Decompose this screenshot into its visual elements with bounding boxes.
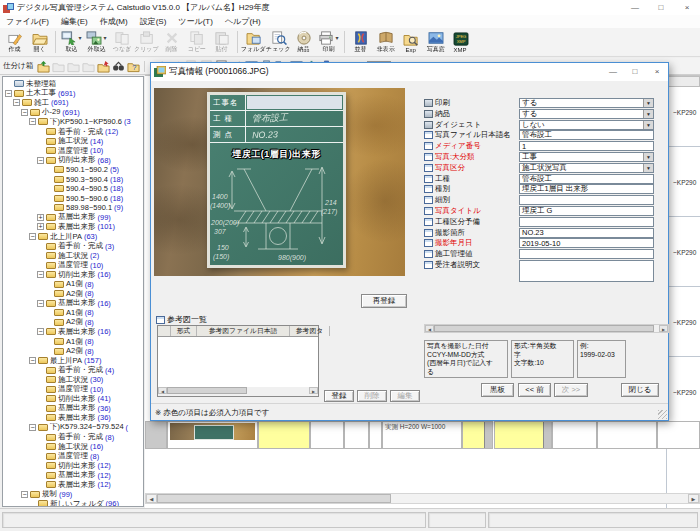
blackboard-button[interactable]: 黒板 [481, 383, 514, 397]
photo-table-cell[interactable] [462, 421, 493, 449]
scroll-left-icon[interactable]: ◀ [425, 325, 434, 332]
menu-item[interactable]: 編集(E) [55, 16, 94, 27]
field-input[interactable]: NO.23 [519, 228, 654, 238]
tree-item[interactable]: 表層出来形(36) [3, 413, 143, 423]
photo-table-cell[interactable] [494, 421, 552, 449]
menu-item[interactable]: 作成(M) [94, 16, 134, 27]
collapse-icon[interactable]: − [29, 424, 36, 431]
dialog-close-button[interactable]: × [646, 63, 668, 81]
tree-item[interactable]: 未整理箱 [3, 79, 143, 89]
scroll-left-icon[interactable]: ◀ [158, 387, 167, 394]
tree-item[interactable]: 589.98~590.1(9) [3, 203, 143, 213]
collapse-icon[interactable]: − [37, 328, 44, 335]
toolbar-button-deliver[interactable]: 納品 [291, 28, 316, 56]
field-input[interactable] [519, 260, 654, 282]
collapse-icon[interactable]: − [21, 491, 28, 498]
tree-item[interactable]: A1側(8) [3, 337, 143, 347]
collapse-icon[interactable]: − [37, 271, 44, 278]
tree-item[interactable]: 施工状況(2) [3, 251, 143, 261]
tree-item[interactable]: −規制(99) [3, 490, 143, 500]
tree-item[interactable]: 新しいフォルダ(96) [3, 499, 143, 507]
tree-item[interactable]: 温度管理(10) [3, 146, 143, 156]
tree-item[interactable]: A1側(8) [3, 308, 143, 318]
toolbar-button-import[interactable]: ▾取込 [59, 28, 84, 56]
tree-item[interactable]: −土木工事(691) [3, 89, 143, 99]
tree-item[interactable]: −最上川PA(157) [3, 356, 143, 366]
tree-item[interactable]: 施工状況(14) [3, 136, 143, 146]
field-input[interactable] [519, 217, 654, 227]
tree-item[interactable]: −北上川PA(63) [3, 232, 143, 242]
close-button[interactable]: × [674, 0, 700, 15]
fields-scrollbar[interactable]: ◀ ▶ [424, 324, 669, 333]
photo-table-cell[interactable] [310, 421, 344, 449]
tree-item[interactable]: −下)K579.324~579.524( [3, 423, 143, 433]
tree-item[interactable]: A2側(8) [3, 289, 143, 299]
tree-item[interactable]: −切削出来形(16) [3, 270, 143, 280]
tree-item[interactable]: 590.5~590.6(18) [3, 194, 143, 204]
collapse-icon[interactable]: − [37, 300, 44, 307]
reference-scrollbar[interactable]: ◀ ▶ [158, 387, 318, 396]
field-input[interactable]: する▼ [519, 109, 654, 119]
tree-item[interactable]: 表層出来形(12) [3, 480, 143, 490]
tree-item[interactable]: 基層出来形(36) [3, 404, 143, 414]
tree-item[interactable]: +基層出来形(99) [3, 213, 143, 223]
sortbox-find-icon[interactable] [111, 60, 126, 73]
sortbox-extract-icon[interactable] [96, 60, 111, 73]
toolbar-button-folder[interactable]: フォルダ [241, 28, 266, 56]
menu-item[interactable]: ヘルプ(H) [219, 16, 267, 27]
field-input[interactable]: 埋戻工 G [519, 206, 654, 216]
field-input[interactable]: 管布設工 [519, 130, 654, 140]
prev-button[interactable]: << 前 [518, 383, 551, 397]
tree-item[interactable]: 温度管理(8) [3, 451, 143, 461]
dropdown-arrow-icon[interactable]: ▾ [103, 34, 106, 41]
dropdown-arrow-icon[interactable]: ▾ [335, 34, 338, 41]
scroll-right-icon[interactable]: ▶ [688, 494, 699, 503]
expand-icon[interactable]: + [37, 223, 44, 230]
tree-item[interactable]: 590.3~590.4(18) [3, 174, 143, 184]
tree-item[interactable]: −基層出来形(16) [3, 299, 143, 309]
field-input[interactable]: 埋戻工1層目 出来形 [519, 184, 654, 194]
maximize-button[interactable]: □ [648, 0, 674, 15]
scroll-left-icon[interactable]: ◀ [146, 494, 157, 503]
tree-item[interactable]: −下)KP590.1~KP590.6(3 [3, 117, 143, 127]
dropdown-arrow-icon[interactable]: ▼ [643, 121, 653, 129]
photo-table-cell[interactable] [167, 421, 258, 449]
collapse-icon[interactable]: − [29, 357, 36, 364]
toolbar-button-check[interactable]: チェック [266, 28, 291, 56]
field-input[interactable]: する▼ [519, 98, 654, 108]
photo-table-cell[interactable] [145, 421, 167, 449]
tree-item[interactable]: A2側(8) [3, 346, 143, 356]
tree-item[interactable]: 590.4~590.5(18) [3, 184, 143, 194]
field-input[interactable]: 施工状況写真▼ [519, 163, 654, 173]
sortbox-add-icon[interactable] [36, 60, 51, 73]
photo-table-cell[interactable] [552, 421, 597, 449]
menu-item[interactable]: ツール(T) [172, 16, 219, 27]
dropdown-arrow-icon[interactable]: ▾ [78, 34, 81, 41]
tree-item[interactable]: −雑工(691) [3, 98, 143, 108]
scrollbar-thumb[interactable] [434, 325, 654, 332]
collapse-icon[interactable]: − [29, 233, 36, 240]
field-input[interactable]: 1 [519, 141, 654, 151]
tree-item[interactable]: −表層出来形(16) [3, 327, 143, 337]
tree-item[interactable]: −切削出来形(68) [3, 155, 143, 165]
field-input[interactable]: 管布設工 [519, 174, 654, 184]
tree-item[interactable]: 着手前・完成(3) [3, 241, 143, 251]
photo-table-cell[interactable] [369, 421, 382, 449]
field-input[interactable] [519, 249, 654, 259]
tree-item[interactable]: 施工状況(30) [3, 375, 143, 385]
tree-item[interactable]: 基層出来形(12) [3, 470, 143, 480]
tree-item[interactable]: 切削出来形(12) [3, 461, 143, 471]
photo-table-cell[interactable]: 実測 H=200 W=1000 [382, 421, 462, 449]
collapse-icon[interactable]: − [5, 90, 12, 97]
collapse-icon[interactable]: − [21, 109, 28, 116]
toolbar-button-create[interactable]: 作成 [2, 28, 27, 56]
tree-item[interactable]: 温度管理(10) [3, 385, 143, 395]
tree-item[interactable]: 温度管理(10) [3, 260, 143, 270]
tree-item[interactable]: +表層出来形(101) [3, 222, 143, 232]
toolbar-button-exp[interactable]: Exp [398, 28, 423, 56]
menu-item[interactable]: ファイル(F) [0, 16, 55, 27]
photo-table-cell[interactable] [597, 421, 657, 449]
toolbar-button-open[interactable]: 開く [27, 28, 52, 56]
dropdown-arrow-icon[interactable]: ▼ [643, 164, 653, 172]
dialog-maximize-button[interactable]: □ [624, 63, 646, 81]
